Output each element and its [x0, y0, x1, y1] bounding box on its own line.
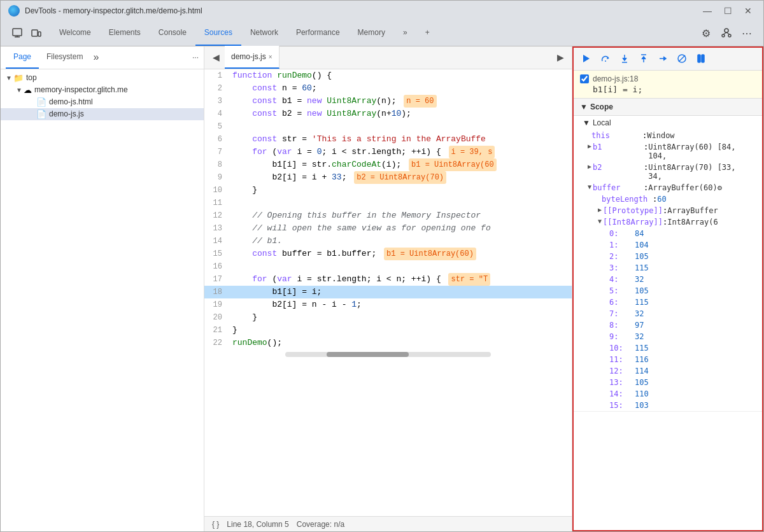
scope-val-prototype: ArrayBuffer — [667, 206, 718, 215]
tab-more[interactable]: » — [394, 20, 416, 46]
file-panel-ellipsis[interactable]: ··· — [192, 53, 199, 62]
code-editor[interactable]: 1 function runDemo() { 2 const n = 60; 3… — [204, 69, 572, 516]
scope-idx-5: 5: 105 — [574, 285, 762, 297]
code-line-7: 7 for (var i = 0; i < str.length; ++i) {… — [204, 146, 572, 158]
scope-idx-12: 12: 114 — [574, 365, 762, 377]
tab-performance[interactable]: Performance — [287, 20, 349, 46]
tree-item-domain[interactable]: ▼ ☁ memory-inspector.glitch.me — [1, 84, 204, 96]
line-content-4: const b2 = new Uint8Array(n+10); — [230, 108, 572, 120]
debug-scope[interactable]: ▼ Scope ▼ Local this : Window — [574, 99, 762, 530]
line-content-18: b1[i] = i; — [230, 286, 572, 298]
tree-item-html[interactable]: 📄 demo-js.html — [1, 96, 204, 108]
scope-local-arrow: ▼ — [583, 118, 590, 127]
scope-val-2: 105 — [635, 252, 649, 261]
add-tab-button[interactable]: + — [416, 20, 439, 46]
scope-val-9: 32 — [635, 332, 644, 341]
close-button[interactable]: ✕ — [740, 5, 756, 17]
scope-idx-10: 10: 115 — [574, 342, 762, 354]
step-btn[interactable] — [654, 50, 672, 67]
app-icon — [8, 5, 20, 17]
code-tab-label: demo-js.js — [231, 52, 266, 61]
line-num-18: 18 — [204, 286, 230, 298]
file-icon-js: 📄 — [36, 109, 46, 119]
scope-val-4: 32 — [635, 275, 644, 284]
deactivate-btn[interactable] — [673, 50, 691, 67]
code-tab-back[interactable]: ◀ — [207, 48, 225, 66]
tree-item-js[interactable]: 📄 demo-js.js — [1, 108, 204, 120]
code-line-2: 2 const n = 60; — [204, 82, 572, 95]
device-toolbar-icon[interactable] — [27, 24, 45, 42]
b2-arrow: ▶ — [588, 163, 591, 170]
settings-icon[interactable]: ⚙ — [697, 24, 715, 42]
more-options-icon[interactable]: ⋯ — [738, 24, 756, 42]
tab-memory[interactable]: Memory — [349, 20, 394, 46]
scope-val-buffer: ArrayBuffer(60)⚙ — [648, 183, 722, 192]
scope-idx-8: 8: 97 — [574, 319, 762, 331]
scope-key-11: 11: — [609, 355, 635, 364]
code-line-6: 6 const str = 'This is a string in the A… — [204, 133, 572, 146]
scope-key-9: 9: — [609, 332, 635, 341]
debug-toolbar — [574, 48, 762, 71]
tab-elements[interactable]: Elements — [100, 20, 150, 46]
svg-rect-0 — [13, 29, 22, 36]
line-num-21: 21 — [204, 324, 230, 337]
scope-prototype[interactable]: ▶ [[Prototype]] : ArrayBuffer — [574, 205, 762, 216]
file-tree: ▼ 📁 top ▼ ☁ memory-inspector.glitch.me 📄… — [1, 69, 204, 531]
minimize-button[interactable]: — — [700, 5, 715, 17]
line-num-14: 14 — [204, 235, 230, 248]
remote-devices-icon[interactable] — [718, 24, 735, 42]
file-tab-page[interactable]: Page — [6, 46, 39, 69]
code-line-19: 19 b2[i] = n - i - 1; — [204, 298, 572, 311]
pause-on-exception-btn[interactable] — [692, 50, 710, 67]
file-tab-filesystem[interactable]: Filesystem — [39, 46, 90, 69]
code-line-20: 20 } — [204, 311, 572, 324]
tree-item-top[interactable]: ▼ 📁 top — [1, 72, 204, 84]
line-num-17: 17 — [204, 273, 230, 286]
scope-val-12: 114 — [635, 367, 649, 375]
scope-b2[interactable]: ▶ b2 : Uint8Array(70) [33, 34, — [574, 162, 762, 182]
code-scrollbar[interactable] — [285, 352, 490, 357]
step-into-btn[interactable] — [616, 50, 633, 67]
scope-val-this: Window — [647, 131, 674, 140]
content-area: Page Filesystem » ··· ▼ 📁 top ▼ ☁ memory… — [1, 46, 763, 531]
scope-header[interactable]: ▼ Scope — [574, 99, 762, 116]
code-line-4: 4 const b2 = new Uint8Array(n+10); — [204, 108, 572, 120]
inspect-icon[interactable] — [8, 24, 26, 42]
tab-welcome[interactable]: Welcome — [50, 20, 100, 46]
resume-btn[interactable] — [577, 50, 595, 67]
maximize-button[interactable]: ☐ — [720, 5, 735, 17]
scope-int8array[interactable]: ▼ [[Int8Array]] : Int8Array(6 — [574, 216, 762, 228]
scope-local-header[interactable]: ▼ Local — [574, 116, 762, 130]
tab-sources[interactable]: Sources — [195, 20, 241, 46]
scope-key-1: 1: — [609, 241, 635, 249]
file-panel-tabs: Page Filesystem » ··· — [1, 46, 204, 69]
step-over-btn[interactable] — [597, 50, 614, 67]
line-num-7: 7 — [204, 146, 230, 158]
scope-key-13: 13: — [609, 378, 635, 387]
tab-console[interactable]: Console — [150, 20, 195, 46]
line-num-22: 22 — [204, 337, 230, 349]
scope-key-0: 0: — [609, 229, 635, 238]
code-tab-forward[interactable]: ▶ — [551, 48, 569, 66]
line-num-3: 3 — [204, 95, 230, 108]
line-num-2: 2 — [204, 82, 230, 95]
line-content-13: // will open the same view as for openin… — [230, 222, 572, 235]
code-tab-demojs[interactable]: demo-js.js × — [225, 46, 279, 69]
line-content-22: runDemo(); — [230, 337, 572, 349]
scope-b1[interactable]: ▶ b1 : Uint8Array(60) [84, 104, — [574, 141, 762, 162]
line-content-7: for (var i = 0; i < str.length; ++i) { i… — [230, 146, 572, 158]
line-num-6: 6 — [204, 133, 230, 146]
breakpoint-checkbox[interactable] — [580, 74, 589, 83]
code-line-18: 18 b1[i] = i; — [204, 286, 572, 298]
tab-network[interactable]: Network — [241, 20, 287, 46]
code-scrollbar-thumb[interactable] — [327, 352, 409, 357]
code-tab-close[interactable]: × — [269, 53, 272, 60]
step-out-btn[interactable] — [635, 50, 653, 67]
svg-marker-10 — [583, 55, 590, 62]
scope-key-buffer: buffer — [593, 183, 644, 192]
file-tab-more[interactable]: » — [93, 52, 99, 63]
line-num-4: 4 — [204, 108, 230, 120]
scope-buffer[interactable]: ▼ buffer : ArrayBuffer(60)⚙ — [574, 182, 762, 193]
code-scrollbar-track[interactable] — [204, 349, 572, 360]
folder-icon: 📁 — [13, 73, 24, 83]
